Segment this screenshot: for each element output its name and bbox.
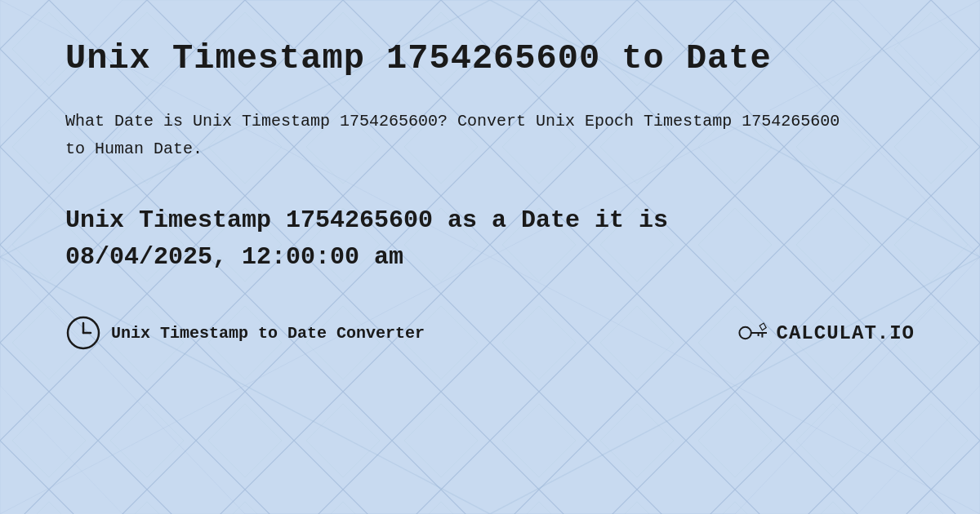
footer: Unix Timestamp to Date Converter CALCULA… — [65, 315, 915, 351]
result-line1: Unix Timestamp 1754265600 as a Date it i… — [65, 206, 668, 234]
clock-icon — [65, 315, 101, 351]
result-line2: 08/04/2025, 12:00:00 am — [65, 243, 403, 271]
svg-point-17 — [739, 327, 751, 339]
footer-label: Unix Timestamp to Date Converter — [111, 324, 425, 343]
page-title: Unix Timestamp 1754265600 to Date — [65, 39, 915, 78]
logo: CALCULAT.IO — [737, 317, 915, 349]
result-text: Unix Timestamp 1754265600 as a Date it i… — [65, 202, 915, 276]
footer-left: Unix Timestamp to Date Converter — [65, 315, 425, 351]
result-section: Unix Timestamp 1754265600 as a Date it i… — [65, 202, 915, 276]
logo-icon — [737, 317, 770, 349]
logo-text: CALCULAT.IO — [777, 322, 915, 344]
page-description: What Date is Unix Timestamp 1754265600? … — [65, 108, 866, 163]
